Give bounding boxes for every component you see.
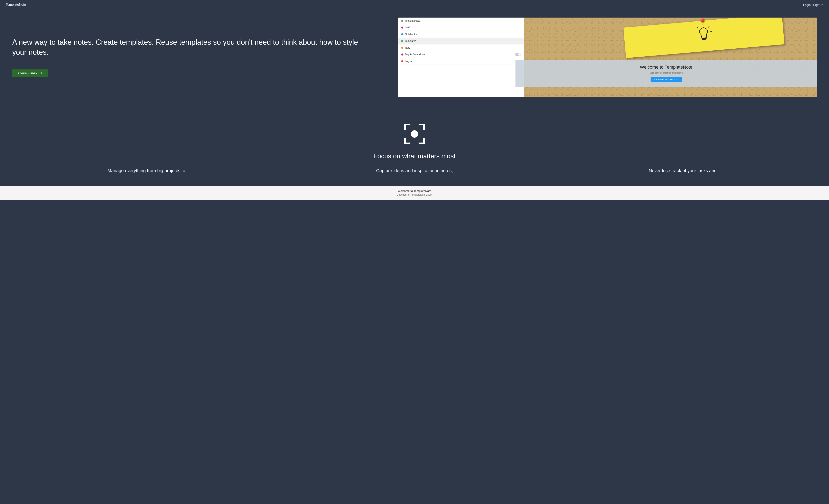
sidebar-preview-item: Tags [398, 44, 524, 51]
features-row: Manage everything from big projects to C… [8, 168, 821, 178]
sidebar-icon [401, 20, 403, 22]
sidebar-icon [401, 47, 403, 49]
focus-section: Focus on what matters most Manage everyt… [0, 110, 829, 186]
focus-title: Focus on what matters most [8, 152, 821, 160]
sidebar-item-label: test2 [405, 26, 410, 29]
svg-line-6 [710, 32, 711, 32]
svg-point-15 [411, 130, 418, 138]
sidebar-preview-item: Templates [398, 38, 524, 44]
sidebar-preview-item: Toggle Dark Mode [398, 51, 524, 58]
hero-image-area: TemplateNote test2 Notebooks Templates T… [398, 17, 817, 97]
hero-text-area: A new way to take notes. Create template… [12, 37, 374, 77]
svg-rect-8 [404, 124, 406, 130]
welcome-overlay: Welcome to TemplateNote Let's start by c… [515, 60, 817, 87]
footer-title: Welcome to TemplateNote [4, 189, 825, 193]
app-sidebar-preview: TemplateNote test2 Notebooks Templates T… [398, 17, 524, 97]
svg-line-4 [708, 26, 709, 27]
feature-item-1: Manage everything from big projects to [12, 168, 280, 173]
sidebar-icon [401, 53, 403, 55]
svg-line-3 [697, 27, 698, 28]
sidebar-icon [401, 33, 403, 35]
svg-rect-10 [423, 124, 425, 130]
footer-copyright: Copyright © TemplateNote 2020. [4, 193, 825, 196]
feature-item-2: Capture ideas and inspiration in notes, [280, 168, 549, 173]
svg-rect-12 [404, 138, 406, 144]
sidebar-item-label: TemplateNote [405, 20, 420, 22]
welcome-title: Welcome to TemplateNote [521, 65, 810, 70]
hero-cta-button[interactable]: LOGIN / SIGN UP [12, 70, 48, 77]
sidebar-icon [401, 27, 403, 29]
sidebar-item-label: Templates [405, 40, 416, 42]
sidebar-preview-item: TemplateNote [398, 17, 524, 24]
svg-rect-14 [423, 138, 425, 144]
sidebar-item-label: Notebooks [405, 33, 417, 36]
create-notebook-button[interactable]: CREATE NOTEBOOK [651, 77, 682, 82]
sidebar-preview-item: test2 [398, 24, 524, 31]
brand-logo: TemplateNote [6, 3, 26, 6]
sidebar-icon [401, 60, 403, 62]
hero-heading: A new way to take notes. Create template… [12, 37, 374, 57]
footer: Welcome to TemplateNote Copyright © Temp… [0, 186, 829, 200]
sidebar-preview-item: Logout [398, 58, 524, 65]
pin-icon [700, 18, 705, 23]
dark-mode-toggle [515, 53, 521, 56]
login-link[interactable]: Login / SignUp [803, 3, 823, 6]
sidebar-preview-item: Notebooks [398, 31, 524, 38]
svg-line-1 [702, 39, 706, 40]
hero-section: A new way to take notes. Create template… [0, 9, 829, 110]
sidebar-item-label: Tags [405, 46, 410, 49]
sidebar-icon [401, 40, 403, 42]
navbar: TemplateNote Login / SignUp [0, 0, 829, 9]
sidebar-item-label: Logout [405, 60, 412, 63]
focus-icon [402, 122, 427, 146]
sidebar-item-label: Toggle Dark Mode [405, 53, 425, 56]
welcome-subtitle: Let's start by creating a notebook [521, 72, 810, 74]
feature-item-3: Never lose track of your tasks and [549, 168, 817, 173]
